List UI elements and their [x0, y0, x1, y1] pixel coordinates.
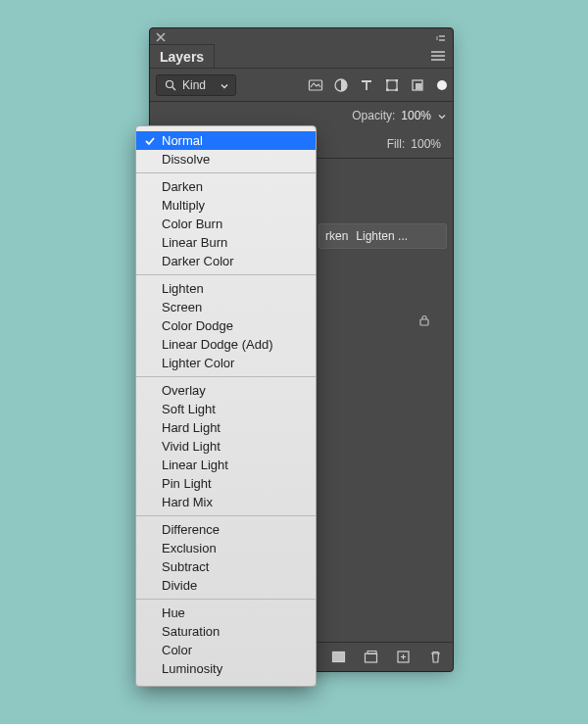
- blend-mode-option[interactable]: Hue: [136, 603, 316, 622]
- svg-rect-7: [396, 88, 399, 91]
- blend-mode-option[interactable]: Linear Light: [136, 456, 316, 474]
- fill-value[interactable]: 100%: [411, 137, 441, 151]
- new-layer-icon[interactable]: [396, 650, 411, 664]
- blend-mode-group: OverlaySoft LightHard LightVivid LightLi…: [136, 376, 316, 515]
- search-icon: [165, 79, 176, 91]
- blend-mode-option[interactable]: Pin Light: [136, 474, 316, 493]
- blend-mode-option[interactable]: Subtract: [136, 557, 316, 576]
- blend-mode-option[interactable]: Color Burn: [136, 215, 316, 233]
- blend-mode-option[interactable]: Hard Mix: [136, 493, 316, 511]
- blend-mode-option-label: Color Dodge: [162, 318, 233, 333]
- blend-mode-option[interactable]: Linear Dodge (Add): [136, 335, 316, 354]
- blend-mode-option[interactable]: Linear Burn: [136, 233, 316, 252]
- filter-icons: [308, 77, 447, 93]
- blend-mode-option-label: Linear Burn: [162, 235, 227, 250]
- layer-mask-icon[interactable]: [331, 650, 346, 664]
- blend-mode-option-label: Normal: [162, 133, 203, 148]
- blend-mode-option[interactable]: Saturation: [136, 622, 316, 641]
- blend-mode-option-label: Soft Light: [162, 402, 216, 416]
- blend-mode-option-label: Linear Dodge (Add): [162, 337, 272, 352]
- blend-mode-option-label: Screen: [162, 300, 202, 314]
- blend-mode-option-label: Exclusion: [162, 541, 217, 555]
- blend-mode-option-label: Pin Light: [162, 476, 212, 491]
- filter-toggle-icon[interactable]: [437, 80, 447, 90]
- blend-mode-option-label: Subtract: [162, 559, 209, 574]
- blend-mode-option[interactable]: Luminosity: [136, 659, 316, 678]
- blend-mode-group: DarkenMultiplyColor BurnLinear BurnDarke…: [136, 172, 316, 274]
- blend-mode-option[interactable]: Soft Light: [136, 400, 316, 418]
- svg-rect-5: [396, 79, 399, 82]
- blend-mode-option[interactable]: Lighten: [136, 279, 316, 298]
- blend-mode-group: DifferenceExclusionSubtractDivide: [136, 515, 316, 599]
- filter-shape-icon[interactable]: [384, 77, 400, 93]
- panel-topbar: [150, 28, 453, 44]
- svg-rect-16: [368, 652, 376, 654]
- panel-menu-icon[interactable]: [429, 49, 447, 63]
- svg-rect-9: [416, 83, 422, 90]
- new-group-icon[interactable]: [364, 650, 378, 664]
- svg-rect-14: [333, 652, 345, 662]
- blend-mode-option[interactable]: Normal: [136, 131, 316, 150]
- blend-mode-option[interactable]: Exclusion: [136, 539, 316, 557]
- blend-mode-menu[interactable]: NormalDissolveDarkenMultiplyColor BurnLi…: [135, 125, 317, 687]
- blend-mode-option-label: Overlay: [162, 383, 206, 398]
- blend-mode-option-label: Multiply: [162, 198, 205, 213]
- svg-rect-6: [386, 88, 389, 91]
- blend-mode-option-label: Lighten: [162, 281, 204, 296]
- blend-mode-option-label: Linear Light: [162, 458, 228, 472]
- svg-rect-15: [366, 653, 377, 662]
- svg-point-0: [167, 80, 173, 87]
- blend-mode-option-label: Hue: [162, 605, 185, 620]
- blend-mode-option[interactable]: Darken: [136, 177, 316, 196]
- layer-filter-type-select[interactable]: Kind: [156, 74, 236, 96]
- chevron-down-icon[interactable]: [437, 111, 447, 121]
- panel-tabbar: Layers: [150, 44, 453, 69]
- layer-name-part-b: Lighten ...: [356, 229, 408, 243]
- filter-pixel-icon[interactable]: [308, 77, 323, 93]
- filter-smart-icon[interactable]: [410, 77, 425, 93]
- blend-mode-group: NormalDissolve: [136, 127, 316, 172]
- blend-mode-option[interactable]: Lighter Color: [136, 354, 316, 372]
- check-icon: [144, 135, 156, 147]
- blend-mode-group: LightenScreenColor DodgeLinear Dodge (Ad…: [136, 274, 316, 376]
- blend-mode-option-label: Lighter Color: [162, 356, 234, 370]
- blend-mode-option-label: Divide: [162, 578, 197, 593]
- blend-mode-option[interactable]: Screen: [136, 298, 316, 316]
- blend-mode-option-label: Saturation: [162, 624, 220, 639]
- opacity-value[interactable]: 100%: [401, 109, 431, 122]
- blend-mode-option[interactable]: Color: [136, 641, 316, 659]
- blend-mode-option[interactable]: Vivid Light: [136, 437, 316, 456]
- tab-layers[interactable]: Layers: [150, 44, 215, 68]
- selected-layer-row[interactable]: rken Lighten ...: [318, 223, 447, 249]
- blend-mode-option-label: Luminosity: [162, 661, 222, 676]
- blend-mode-option-label: Darken: [162, 179, 203, 194]
- blend-mode-option[interactable]: Overlay: [136, 381, 316, 400]
- layer-filter-type-label: Kind: [182, 78, 206, 92]
- layers-filter-row: Kind: [150, 69, 453, 102]
- blend-mode-option[interactable]: Color Dodge: [136, 316, 316, 335]
- blend-mode-option[interactable]: Darker Color: [136, 252, 316, 270]
- filter-adjustment-icon[interactable]: [333, 77, 349, 93]
- svg-rect-10: [420, 319, 428, 325]
- blend-mode-option-label: Dissolve: [162, 152, 210, 167]
- collapse-panel-icon[interactable]: [435, 31, 449, 45]
- blend-mode-option[interactable]: Multiply: [136, 196, 316, 215]
- chevron-down-icon: [220, 80, 229, 90]
- blend-mode-group: HueSaturationColorLuminosity: [136, 599, 316, 682]
- svg-rect-4: [386, 79, 389, 82]
- blend-mode-option-label: Darker Color: [162, 254, 234, 268]
- blend-mode-option-label: Color: [162, 643, 192, 657]
- filter-type-icon[interactable]: [359, 77, 374, 93]
- fill-label: Fill:: [387, 137, 406, 151]
- blend-mode-option[interactable]: Dissolve: [136, 150, 316, 169]
- blend-mode-option-label: Hard Light: [162, 420, 220, 435]
- blend-mode-option-label: Vivid Light: [162, 439, 220, 454]
- lock-icon: [417, 314, 431, 327]
- blend-mode-option[interactable]: Divide: [136, 576, 316, 595]
- blend-mode-option-label: Difference: [162, 522, 220, 537]
- delete-layer-icon[interactable]: [428, 650, 443, 664]
- blend-mode-option[interactable]: Difference: [136, 520, 316, 539]
- blend-mode-option[interactable]: Hard Light: [136, 418, 316, 437]
- close-icon[interactable]: [154, 30, 168, 44]
- blend-mode-option-label: Color Burn: [162, 217, 222, 231]
